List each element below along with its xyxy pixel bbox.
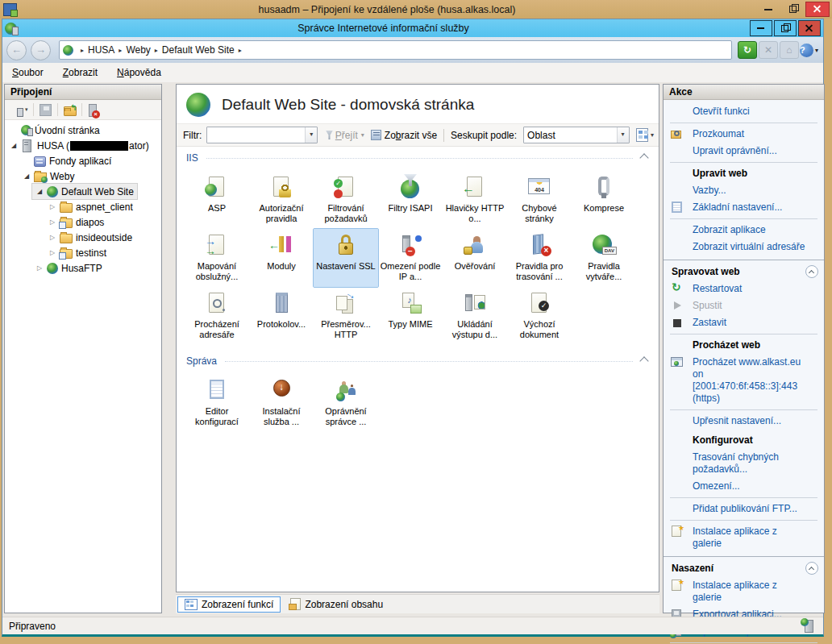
feature-item[interactable]: Chybové stránky	[507, 171, 572, 229]
action-entry[interactable]: Nasazení	[664, 556, 824, 577]
feature-item[interactable]: Typy MIME	[378, 287, 443, 345]
action-entry[interactable]: Upřesnit nastavení...	[664, 413, 824, 430]
breadcrumb-arrow-icon[interactable]: ▸	[155, 47, 158, 54]
breadcrumb-item-site[interactable]: Default Web Site	[162, 44, 235, 56]
feature-item[interactable]: Komprese	[572, 171, 636, 229]
tree-expander-icon[interactable]	[50, 234, 60, 241]
action-entry[interactable]: Procházet www.alkast.eu on [2001:470:6f:…	[664, 354, 824, 407]
views-icon[interactable]	[636, 128, 648, 142]
rdp-restore-button[interactable]	[781, 2, 804, 16]
action-entry[interactable]	[670, 334, 817, 334]
action-entry[interactable]: Omezení...	[664, 478, 824, 495]
app-restore-button[interactable]	[774, 20, 797, 36]
refresh-button[interactable]: ↻	[738, 41, 757, 59]
action-entry[interactable]: Základní nastavení...	[664, 199, 824, 216]
collapse-section-icon[interactable]	[639, 153, 648, 162]
rdp-minimize-button[interactable]	[757, 2, 780, 16]
feature-item[interactable]: ASP	[185, 171, 249, 229]
feature-item[interactable]: Pravidla pro trasování ...	[507, 229, 572, 287]
action-entry[interactable]	[670, 497, 817, 498]
show-all-button[interactable]: Zobrazit vše	[385, 130, 437, 141]
feature-item[interactable]: Nastavení SSL	[314, 229, 378, 287]
forward-button[interactable]: →	[31, 40, 51, 60]
action-entry[interactable]: Přidat publikování FTP...	[664, 501, 824, 517]
action-entry[interactable]: Otevřít funkci	[664, 103, 824, 120]
collapse-button[interactable]	[805, 562, 818, 575]
tab-features-view[interactable]: Zobrazení funkcí	[177, 596, 281, 613]
action-entry[interactable]: Prozkoumat	[664, 126, 824, 143]
action-entry[interactable]: Instalace aplikace z galerie	[664, 523, 824, 552]
feature-item[interactable]: Filtry ISAPI	[378, 171, 443, 229]
feature-item[interactable]: Autorizační pravidla	[249, 171, 314, 229]
tree-expander-icon[interactable]	[50, 203, 60, 210]
feature-item[interactable]: Omezení podle IP a...	[378, 229, 443, 287]
action-entry[interactable]: Spustit	[664, 297, 824, 314]
back-button[interactable]: ←	[6, 40, 27, 60]
feature-item[interactable]: Hlavičky HTTP o...	[443, 171, 507, 229]
help-dropdown-icon[interactable]: ▾	[815, 47, 818, 54]
action-entry[interactable]	[670, 123, 817, 123]
app-close-button[interactable]	[798, 20, 821, 36]
action-entry[interactable]: Upravit oprávnění...	[664, 143, 824, 160]
feature-item[interactable]: Pravidla vytváře...	[572, 229, 636, 287]
tree-item[interactable]: HusaFTP	[32, 260, 106, 276]
feature-item[interactable]: Ukládání výstupu d...	[443, 287, 507, 345]
connection-dropdown-icon[interactable]: ▾	[25, 106, 28, 113]
tree-expander-icon[interactable]	[24, 172, 34, 180]
tree-item[interactable]: insideoutside	[45, 230, 135, 245]
menu-napoveda[interactable]: Nápověda	[107, 64, 171, 81]
rdp-close-button[interactable]	[805, 2, 830, 17]
filter-input[interactable]: ▾	[206, 127, 318, 143]
action-entry[interactable]	[670, 218, 817, 219]
tree-item[interactable]: Weby	[19, 168, 77, 184]
feature-item[interactable]: Protokolov...	[249, 287, 314, 345]
action-entry[interactable]: Procházet web	[664, 337, 824, 354]
action-entry[interactable]: Spravovat web	[664, 260, 824, 280]
menu-soubor[interactable]: Soubor	[2, 64, 53, 81]
breadcrumb-item-sites[interactable]: Weby	[126, 44, 150, 56]
help-icon[interactable]: ?	[800, 44, 813, 57]
tree-expander-icon[interactable]	[37, 188, 47, 195]
app-minimize-button[interactable]	[750, 20, 772, 36]
group-by-select[interactable]: Oblast▾	[523, 127, 630, 143]
collapse-button[interactable]	[805, 265, 818, 278]
tree-item[interactable]: Úvodní stránka	[6, 123, 103, 138]
feature-item[interactable]: Filtrování požadavků	[314, 171, 378, 229]
breadcrumb-arrow-icon[interactable]: ▸	[119, 47, 122, 54]
tree-expander-icon[interactable]	[11, 142, 21, 149]
feature-item[interactable]: Instalační služba ...	[249, 374, 314, 432]
action-entry[interactable]: Upravit web	[664, 165, 824, 182]
create-connection-icon[interactable]	[8, 103, 22, 116]
breadcrumb-item-server[interactable]: HUSA	[88, 44, 114, 56]
feature-item[interactable]: Oprávnění správce ...	[314, 374, 378, 432]
action-entry[interactable]	[670, 162, 817, 163]
tree-item[interactable]: Default Web Site	[32, 184, 137, 199]
feature-item[interactable]: Mapování obslužný...	[185, 229, 249, 287]
up-level-icon[interactable]	[63, 103, 77, 116]
action-entry[interactable]	[670, 642, 817, 643]
action-entry[interactable]: Trasování chybných požadavků...	[664, 449, 824, 478]
feature-item[interactable]: Přesměrov... HTTP	[314, 287, 378, 345]
action-entry[interactable]: Vazby...	[664, 182, 824, 199]
action-entry[interactable]: Restartovat	[664, 280, 824, 297]
collapse-section-icon[interactable]	[639, 356, 648, 365]
tree-expander-icon[interactable]	[37, 264, 47, 272]
action-entry[interactable]	[670, 520, 817, 521]
action-entry[interactable]: Instalace aplikace z galerie	[664, 577, 824, 606]
address-breadcrumb[interactable]: ▸ HUSA ▸ Weby ▸ Default Web Site ▸	[59, 40, 732, 60]
feature-item[interactable]: Moduly	[249, 229, 314, 287]
views-dropdown-icon[interactable]: ▾	[651, 131, 654, 139]
tree-item[interactable]: testinst	[45, 245, 110, 260]
feature-item[interactable]: Ověřování	[443, 229, 507, 287]
action-entry[interactable]: Zobrazit aplikace	[664, 222, 824, 239]
menu-zobrazit[interactable]: Zobrazit	[53, 64, 107, 81]
tab-content-view[interactable]: Zobrazení obsahu	[284, 596, 389, 612]
delete-connection-icon[interactable]	[87, 103, 101, 116]
tree-item[interactable]: Fondy aplikací	[19, 153, 114, 168]
action-entry[interactable]: Zobrazit virtuální adresáře	[664, 239, 824, 256]
action-entry[interactable]: Konfigurovat	[664, 432, 824, 449]
feature-item[interactable]: Výchozí dokument	[507, 287, 572, 345]
tree-item[interactable]: aspnet_client	[45, 199, 136, 214]
feature-item[interactable]: Editor konfigurací	[185, 374, 249, 432]
tree-item[interactable]: diapos	[45, 214, 107, 230]
